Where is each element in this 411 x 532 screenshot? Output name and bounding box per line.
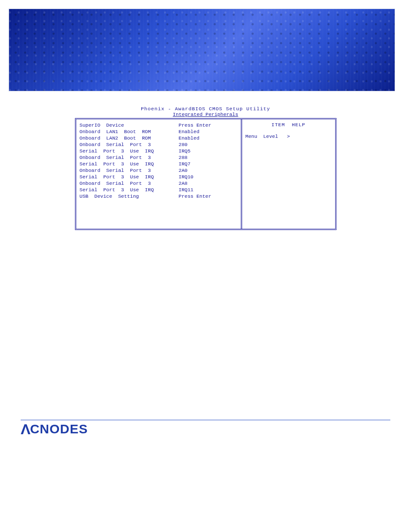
bios-setting-label: SuperIO Device (80, 122, 179, 128)
bios-box: SuperIO DevicePress EnterOnboard LAN1 Bo… (75, 118, 336, 230)
bios-setting-label: Onboard LAN2 Boot ROM (80, 135, 179, 141)
bios-setting-value: IRQ7 (179, 161, 237, 167)
bios-settings-panel: SuperIO DevicePress EnterOnboard LAN1 Bo… (76, 119, 242, 229)
bios-section-title: Integrated Peripherals (75, 112, 336, 117)
bios-setting-row[interactable]: SuperIO DevicePress Enter (80, 122, 237, 128)
bios-setting-label: Onboard LAN1 Boot ROM (80, 128, 179, 135)
header-area (0, 0, 411, 99)
bios-setting-label: Onboard Serial Port 3 (80, 154, 179, 161)
bios-setting-value: 288 (179, 154, 237, 161)
bios-setting-label: USB Device Setting (80, 193, 179, 199)
bios-setting-value: IRQ5 (179, 148, 237, 154)
banner-texture (9, 9, 395, 91)
bios-setting-row[interactable]: Onboard Serial Port 32A8 (80, 180, 237, 187)
logo-glyph-icon: Λ (21, 421, 31, 438)
bios-setting-label: Serial Port 3 Use IRQ (80, 161, 179, 167)
page-footer: ΛCNODES (0, 420, 411, 437)
brand-logo: ΛCNODES (21, 421, 88, 437)
bios-setting-row[interactable]: Onboard Serial Port 3280 (80, 141, 237, 148)
bios-screenshot: Phoenix - AwardBIOS CMOS Setup Utility I… (0, 106, 411, 230)
bios-setting-row[interactable]: Serial Port 3 Use IRQIRQ5 (80, 148, 237, 154)
bios-menu-level: Menu Level > (246, 134, 332, 139)
bios-setting-label: Serial Port 3 Use IRQ (80, 174, 179, 180)
bios-utility-title: Phoenix - AwardBIOS CMOS Setup Utility (75, 106, 336, 112)
page-whitespace (0, 230, 411, 420)
bios-setting-row[interactable]: Serial Port 3 Use IRQIRQ11 (80, 187, 237, 193)
bios-setting-row[interactable]: Onboard Serial Port 3288 (80, 154, 237, 161)
banner-image (9, 9, 395, 91)
bios-setting-row[interactable]: Onboard Serial Port 32A0 (80, 167, 237, 174)
bios-setting-value: 2A0 (179, 167, 237, 174)
bios-setting-row[interactable]: Serial Port 3 Use IRQIRQ7 (80, 161, 237, 167)
bios-setting-value: 280 (179, 141, 237, 148)
logo-wordmark: CNODES (30, 422, 88, 436)
bios-setting-label: Onboard Serial Port 3 (80, 167, 179, 174)
bios-setting-value: IRQ10 (179, 174, 237, 180)
bios-setting-row[interactable]: Onboard LAN1 Boot ROMEnabled (80, 128, 237, 135)
bios-help-header: ITEM HELP (246, 122, 332, 128)
bios-setting-value: IRQ11 (179, 187, 237, 193)
bios-setting-value: Press Enter (179, 122, 237, 128)
bios-setting-label: Onboard Serial Port 3 (80, 180, 179, 187)
bios-setting-value: Enabled (179, 128, 237, 135)
bios-setting-label: Serial Port 3 Use IRQ (80, 148, 179, 154)
bios-help-panel: ITEM HELP Menu Level > (242, 119, 335, 229)
bios-setting-row[interactable]: Serial Port 3 Use IRQIRQ10 (80, 174, 237, 180)
bios-setting-value: 2A8 (179, 180, 237, 187)
bios-setting-value: Press Enter (179, 193, 237, 199)
bios-setting-label: Onboard Serial Port 3 (80, 141, 179, 148)
bios-setting-value: Enabled (179, 135, 237, 141)
bios-setting-row[interactable]: Onboard LAN2 Boot ROMEnabled (80, 135, 237, 141)
bios-setting-row[interactable]: USB Device SettingPress Enter (80, 193, 237, 199)
bios-setting-label: Serial Port 3 Use IRQ (80, 187, 179, 193)
